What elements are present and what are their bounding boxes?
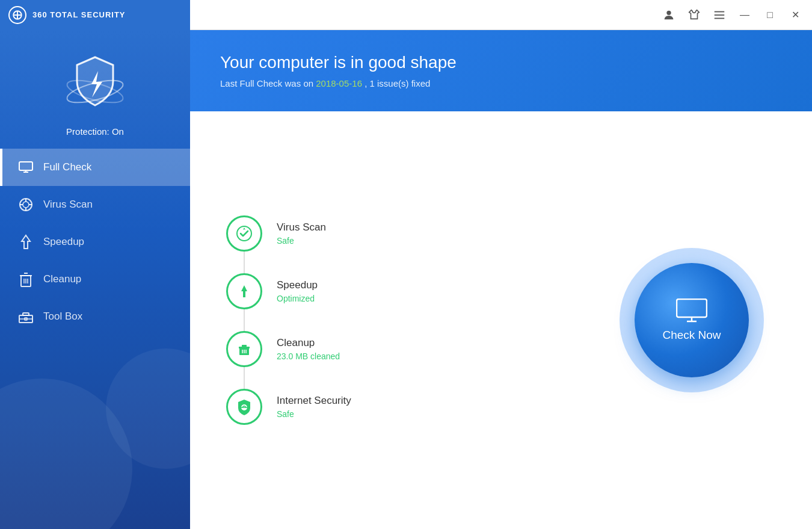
speedup-info: Speedup Optimized	[277, 279, 318, 303]
virus-scan-icon	[18, 197, 34, 212]
cleanup-status: 23.0 MB cleaned	[277, 351, 340, 361]
menu-icon[interactable]	[709, 4, 730, 26]
svg-rect-31	[242, 345, 247, 347]
content-header: Your computer is in good shape Last Full…	[190, 30, 812, 111]
sidebar-item-speedup[interactable]: Speedup	[0, 223, 190, 261]
virus-scan-title: Virus Scan	[277, 221, 326, 234]
main-title: Your computer is in good shape	[220, 53, 782, 72]
check-now-button[interactable]: Check Now	[635, 263, 749, 377]
last-check-date: 2018-05-16	[316, 78, 362, 88]
sidebar-item-label: Tool Box	[43, 311, 82, 323]
sidebar-item-virus-scan[interactable]: Virus Scan	[0, 186, 190, 223]
window-controls: — □ ✕	[190, 4, 812, 26]
check-item-virus-scan: Virus Scan Safe	[226, 205, 571, 262]
maximize-button[interactable]: □	[759, 4, 781, 26]
full-check-icon	[18, 159, 34, 175]
virus-scan-circle	[226, 215, 262, 252]
check-now-area: Check Now	[607, 248, 776, 392]
speedup-title: Speedup	[277, 279, 318, 291]
internet-security-info: Internet Security Safe	[277, 395, 351, 419]
sidebar-item-label: Cleanup	[43, 273, 81, 285]
check-now-label: Check Now	[662, 329, 721, 342]
cleanup-info: Cleanup 23.0 MB cleaned	[277, 337, 340, 361]
svg-rect-30	[239, 347, 250, 348]
cleanup-icon	[18, 271, 34, 287]
protection-status: Protection: On	[66, 126, 124, 137]
sidebar-item-full-check[interactable]: Full Check	[0, 149, 190, 186]
minimize-button[interactable]: —	[734, 4, 755, 26]
check-now-outer-ring: Check Now	[620, 248, 764, 392]
sidebar-nav: Full Check Virus Scan	[0, 149, 190, 335]
sidebar-item-tool-box[interactable]: Tool Box	[0, 298, 190, 335]
speedup-icon	[18, 234, 34, 250]
app-branding: 360 TOTAL SECURITY	[0, 0, 190, 30]
shirt-icon[interactable]	[683, 4, 705, 26]
check-list: Virus Scan Safe Speedup Optimized	[226, 205, 571, 436]
internet-security-circle	[226, 389, 262, 425]
virus-scan-info: Virus Scan Safe	[277, 221, 326, 246]
svg-rect-9	[19, 162, 32, 170]
app-title: 360 TOTAL SECURITY	[32, 10, 126, 19]
subtitle: Last Full Check was on 2018-05-16 , 1 is…	[220, 78, 782, 88]
shield-area: Protection: On	[0, 30, 190, 149]
speedup-circle	[226, 273, 262, 309]
cleanup-circle	[226, 331, 262, 367]
toolbox-icon	[18, 309, 34, 324]
subtitle-suffix: , 1 issue(s) fixed	[362, 78, 430, 88]
virus-scan-status: Safe	[277, 236, 326, 246]
check-item-speedup: Speedup Optimized	[226, 262, 571, 320]
titlebar: 360 TOTAL SECURITY — □ ✕	[0, 0, 812, 30]
svg-point-3	[666, 10, 671, 14]
sidebar-item-cleanup[interactable]: Cleanup	[0, 261, 190, 298]
internet-security-title: Internet Security	[277, 395, 351, 407]
subtitle-prefix: Last Full Check was on	[220, 78, 316, 88]
sidebar: Protection: On Full Check	[0, 30, 190, 529]
main-layout: Protection: On Full Check	[0, 30, 812, 529]
cleanup-title: Cleanup	[277, 337, 340, 349]
svg-rect-25	[23, 313, 29, 315]
monitor-icon	[676, 299, 707, 323]
app-logo-icon	[8, 6, 26, 24]
check-item-internet-security: Internet Security Safe	[226, 378, 571, 436]
content-area: Your computer is in good shape Last Full…	[190, 30, 812, 529]
sidebar-item-label: Full Check	[43, 161, 91, 173]
user-icon[interactable]	[658, 4, 680, 26]
shield-icon	[59, 48, 131, 120]
sidebar-item-label: Speedup	[43, 236, 84, 248]
sidebar-item-label: Virus Scan	[43, 199, 93, 211]
svg-point-13	[23, 202, 29, 208]
check-item-cleanup: Cleanup 23.0 MB cleaned	[226, 320, 571, 378]
close-button[interactable]: ✕	[784, 4, 806, 26]
internet-security-status: Safe	[277, 409, 351, 419]
content-body: Virus Scan Safe Speedup Optimized	[190, 111, 812, 529]
svg-rect-37	[677, 299, 707, 317]
speedup-status: Optimized	[277, 294, 318, 303]
